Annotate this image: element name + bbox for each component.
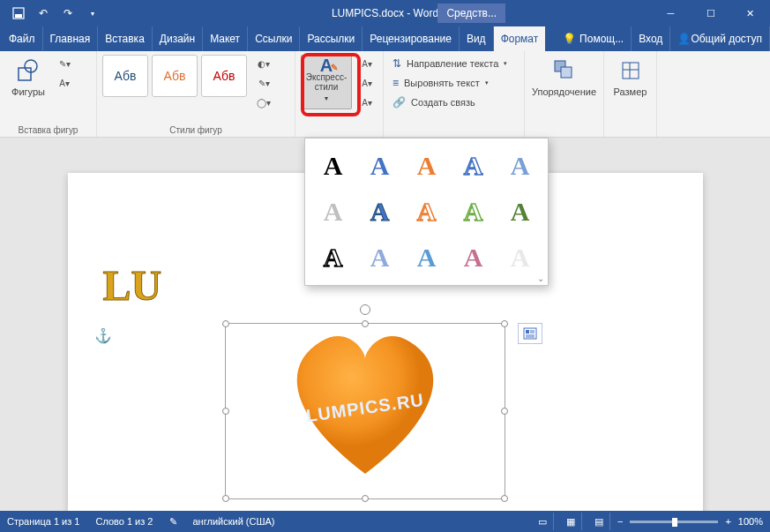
shape-effects-button[interactable]: ◯▾ — [254, 94, 273, 111]
gallery-expand-icon[interactable]: ⌄ — [537, 273, 544, 283]
save-button[interactable] — [7, 2, 30, 25]
zoom-out-button[interactable]: − — [617, 516, 623, 527]
wordart-style-6[interactable]: A — [310, 190, 355, 234]
tab-home[interactable]: Главная — [43, 26, 99, 51]
tab-mailings[interactable]: Рассылки — [300, 26, 363, 51]
status-page[interactable]: Страница 1 из 1 — [7, 516, 79, 527]
zoom-slider[interactable] — [630, 521, 718, 523]
ribbon-tabs: Файл Главная Вставка Дизайн Макет Ссылки… — [0, 26, 770, 51]
text-fill-button[interactable]: A▾ — [357, 55, 377, 72]
group-label-insert-shapes: Вставка фигур — [5, 124, 91, 135]
layout-options-button[interactable] — [518, 323, 542, 344]
size-button[interactable]: Размер — [609, 55, 651, 99]
text-effects-button[interactable]: A▾ — [357, 94, 377, 111]
wordart-style-10[interactable]: A — [497, 190, 542, 234]
group-shape-styles: Абв Абв Абв ◐▾ ✎▾ ◯▾ Стили фигур — [97, 51, 295, 137]
tab-view[interactable]: Вид — [460, 26, 494, 51]
svg-rect-5 — [561, 67, 572, 78]
group-insert-shapes: Фигуры ✎▾ A▾ Вставка фигур — [0, 51, 97, 137]
window-controls: ─ ☐ ✕ — [651, 0, 770, 26]
text-outline-button[interactable]: A▾ — [357, 74, 377, 92]
zoom-level[interactable]: 100% — [738, 516, 763, 527]
wordart-style-9[interactable]: A — [451, 190, 496, 234]
wordart-style-7[interactable]: A — [357, 190, 402, 234]
group-arrange: Упорядочение — [525, 51, 604, 137]
resize-handle[interactable] — [501, 408, 508, 415]
chevron-down-icon: ▼ — [324, 94, 330, 103]
wordart-style-4[interactable]: A — [451, 144, 496, 188]
quick-access-toolbar: ↶ ↷ ▾ — [0, 2, 104, 25]
group-label-shape-styles: Стили фигур — [102, 124, 289, 135]
wordart-style-8[interactable]: A — [404, 190, 449, 234]
wordart-style-15[interactable]: A — [497, 236, 542, 280]
resize-handle[interactable] — [222, 320, 229, 327]
svg-rect-6 — [623, 63, 639, 79]
shapes-button[interactable]: Фигуры — [5, 55, 51, 99]
rotate-handle[interactable] — [360, 304, 370, 315]
resize-handle[interactable] — [222, 495, 229, 502]
wordart-style-1[interactable]: A — [310, 144, 355, 188]
close-button[interactable]: ✕ — [730, 0, 770, 26]
undo-button[interactable]: ↶ — [32, 2, 55, 25]
wordart-style-2[interactable]: A — [357, 144, 402, 188]
quick-styles-label: Экспресс-стили — [302, 72, 351, 92]
zoom-in-button[interactable]: + — [725, 516, 730, 527]
title-bar: ↶ ↷ ▾ LUMPICS.docx - Word Средств... ─ ☐… — [0, 0, 770, 26]
resize-handle[interactable] — [222, 408, 229, 415]
minimize-button[interactable]: ─ — [651, 0, 691, 26]
resize-handle[interactable] — [501, 495, 508, 502]
view-print-layout-button[interactable]: ▦ — [561, 513, 582, 530]
shape-selection-box[interactable]: LUMPICS.RU — [225, 323, 505, 499]
status-words[interactable]: Слово 1 из 2 — [95, 516, 153, 527]
resize-handle[interactable] — [362, 495, 369, 502]
tab-review[interactable]: Рецензирование — [363, 26, 460, 51]
group-label-text — [389, 133, 519, 135]
status-proofing-icon[interactable]: ✎ — [169, 516, 177, 528]
size-label: Размер — [614, 86, 647, 97]
svg-rect-1 — [15, 14, 22, 18]
wordart-text[interactable]: LU — [103, 261, 162, 310]
share-button[interactable]: 👤 Общий доступ — [670, 26, 770, 51]
tab-design[interactable]: Дизайн — [153, 26, 203, 51]
align-text-button[interactable]: ≡Выровнять текст▾ — [389, 74, 492, 92]
heart-shape[interactable]: LUMPICS.RU — [277, 324, 453, 483]
shape-style-preview-2[interactable]: Абв — [152, 55, 198, 97]
contextual-tab-label: Средств... — [437, 4, 505, 23]
arrange-button[interactable]: Упорядочение — [542, 55, 587, 99]
link-icon: 🔗 — [392, 96, 406, 109]
group-text: ⇅Направление текста▾ ≡Выровнять текст▾ 🔗… — [384, 51, 525, 137]
shape-style-preview-1[interactable]: Абв — [102, 55, 148, 97]
create-link-button[interactable]: 🔗Создать связь — [389, 94, 479, 111]
sign-in-button[interactable]: Вход — [632, 26, 670, 51]
arrange-label: Упорядочение — [532, 86, 596, 97]
wordart-style-5[interactable]: A — [497, 144, 542, 188]
qat-customize-button[interactable]: ▾ — [81, 2, 104, 25]
tab-file[interactable]: Файл — [2, 26, 43, 51]
wordart-style-11[interactable]: A — [310, 236, 355, 280]
redo-button[interactable]: ↷ — [56, 2, 79, 25]
wordart-style-14[interactable]: A — [451, 236, 496, 280]
quick-styles-button[interactable]: A✎ Экспресс-стили ▼ — [301, 55, 352, 109]
shape-style-preview-3[interactable]: Абв — [201, 55, 247, 97]
tab-insert[interactable]: Вставка — [98, 26, 153, 51]
resize-handle[interactable] — [501, 320, 508, 327]
status-language[interactable]: английский (США) — [193, 516, 275, 527]
tab-references[interactable]: Ссылки — [248, 26, 300, 51]
ribbon: Фигуры ✎▾ A▾ Вставка фигур Абв Абв Абв ◐… — [0, 51, 770, 138]
tell-me-button[interactable]: 💡Помощ... — [552, 26, 632, 51]
maximize-button[interactable]: ☐ — [691, 0, 730, 26]
view-web-layout-button[interactable]: ▤ — [589, 513, 610, 530]
shape-outline-button[interactable]: ✎▾ — [254, 74, 273, 92]
wordart-style-3[interactable]: A — [404, 144, 449, 188]
shape-fill-button[interactable]: ◐▾ — [254, 55, 273, 72]
view-read-mode-button[interactable]: ▭ — [533, 513, 554, 530]
zoom-slider-thumb[interactable] — [672, 518, 677, 527]
text-box-button[interactable]: A▾ — [55, 74, 74, 92]
status-bar: Страница 1 из 1 Слово 1 из 2 ✎ английски… — [0, 511, 770, 532]
tab-layout[interactable]: Макет — [203, 26, 248, 51]
wordart-style-12[interactable]: A — [357, 236, 402, 280]
text-direction-button[interactable]: ⇅Направление текста▾ — [389, 55, 511, 72]
edit-shape-button[interactable]: ✎▾ — [55, 55, 74, 72]
tab-format[interactable]: Формат — [494, 26, 546, 51]
wordart-style-13[interactable]: A — [404, 236, 449, 280]
